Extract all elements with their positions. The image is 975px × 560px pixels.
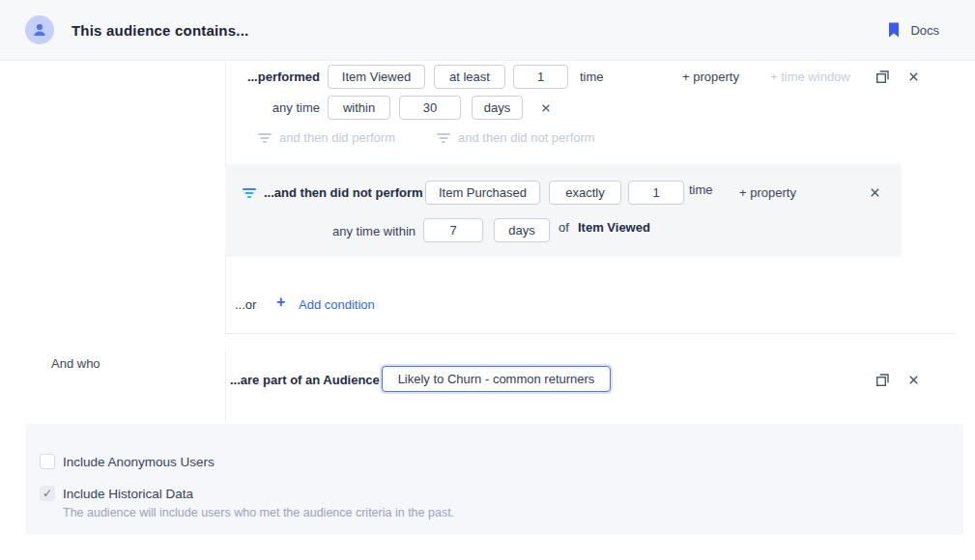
any-time-label: any time: [225, 100, 320, 115]
audience-select-input[interactable]: [382, 366, 611, 392]
duplicate-condition-button[interactable]: [875, 69, 890, 84]
bookmark-icon: [888, 22, 900, 38]
page-title: This audience contains...: [72, 0, 248, 60]
frequency-unit-label: time: [580, 70, 604, 84]
part-of-audience-label: ...are part of an Audience: [230, 373, 380, 387]
add-property-button[interactable]: + property: [682, 70, 739, 84]
did-not-perform-label: ...and then did not perform: [264, 185, 423, 200]
range-unit-select[interactable]: days: [472, 96, 523, 120]
close-icon: [870, 187, 880, 198]
audience-group-border: [225, 351, 226, 422]
close-icon: [908, 375, 919, 385]
remove-condition-button[interactable]: [906, 70, 920, 83]
anonymous-users-checkbox[interactable]: [40, 454, 55, 469]
of-label: of: [559, 220, 569, 235]
frequency-value-input[interactable]: [513, 65, 568, 89]
filter-icon: [437, 132, 450, 144]
options-panel: Include Anonymous Users ✓ Include Histor…: [26, 424, 963, 535]
historical-data-checkbox[interactable]: ✓: [40, 486, 55, 501]
remove-condition-button[interactable]: [868, 185, 881, 199]
sequence-option-label: and then did not perform: [458, 130, 595, 145]
range-value-input[interactable]: [399, 96, 461, 120]
anonymous-users-label[interactable]: Include Anonymous Users: [63, 455, 215, 469]
plus-icon: +: [276, 294, 285, 311]
user-icon: [32, 22, 47, 38]
frequency-unit-label: time: [689, 182, 713, 197]
filter-icon: [258, 132, 272, 144]
docs-link[interactable]: Docs: [888, 0, 939, 60]
add-condition-button[interactable]: Add condition: [299, 297, 375, 312]
historical-data-description: The audience will include users who met …: [63, 506, 454, 519]
remove-time-filter-button[interactable]: [539, 101, 552, 114]
any-time-within-label: any time within: [280, 224, 416, 238]
event-select[interactable]: Item Viewed: [328, 65, 425, 89]
sequence-option-did-perform[interactable]: and then did perform: [258, 130, 395, 145]
range-operator-select[interactable]: within: [328, 96, 390, 120]
frequency-value-input[interactable]: [628, 181, 684, 205]
add-property-button[interactable]: + property: [739, 185, 796, 200]
sequence-option-did-not-perform[interactable]: and then did not perform: [437, 130, 595, 145]
reference-event-label: Item Viewed: [578, 220, 650, 235]
docs-label: Docs: [910, 23, 939, 38]
close-icon: [541, 103, 551, 113]
copy-icon: [875, 70, 890, 84]
duplicate-condition-button[interactable]: [875, 372, 890, 387]
section-divider: [225, 333, 955, 334]
and-who-label: And who: [51, 356, 100, 371]
copy-icon: [875, 373, 890, 387]
header: This audience contains... Docs: [0, 0, 975, 61]
frequency-operator-select[interactable]: exactly: [549, 181, 621, 205]
performed-label: ...performed: [225, 70, 320, 84]
sequence-condition-card: [225, 164, 902, 257]
avatar: [25, 15, 54, 44]
audience-builder-page: This audience contains... Docs ...perfor…: [0, 0, 975, 560]
historical-data-label[interactable]: Include Historical Data: [63, 487, 193, 501]
range-value-input[interactable]: [423, 218, 483, 242]
frequency-operator-select[interactable]: at least: [434, 65, 505, 89]
or-label: ...or: [235, 297, 256, 312]
close-icon: [908, 71, 919, 82]
range-unit-select[interactable]: days: [494, 218, 550, 242]
sequence-option-label: and then did perform: [279, 130, 395, 145]
add-time-window-button[interactable]: + time window: [770, 70, 850, 84]
filter-icon: [243, 187, 256, 199]
event-select[interactable]: Item Purchased: [425, 181, 540, 205]
remove-condition-button[interactable]: [906, 373, 920, 386]
